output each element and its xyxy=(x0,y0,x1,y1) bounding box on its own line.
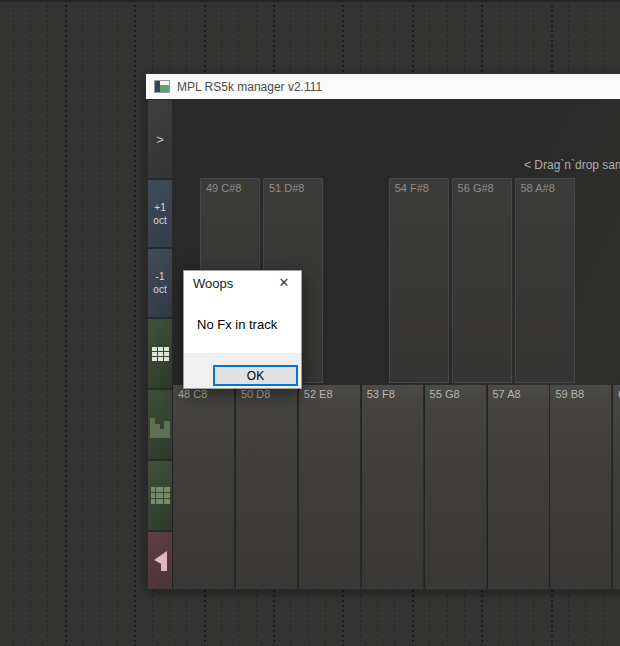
dialog-titlebar[interactable]: Woops ✕ xyxy=(184,271,301,297)
dialog-title: Woops xyxy=(193,276,233,291)
octave-up-button[interactable]: +1 oct xyxy=(148,180,172,247)
background-top-edge xyxy=(0,0,620,2)
dialog-message: No Fx in track xyxy=(197,317,277,332)
octave-down-label: -1 xyxy=(156,270,165,283)
white-key-label: 59 B8 xyxy=(550,385,611,400)
grid-line xyxy=(13,0,14,646)
black-key[interactable]: 56 G#8 xyxy=(452,178,512,383)
black-key-label: 49 C#8 xyxy=(201,179,259,194)
grid-icon xyxy=(152,347,169,361)
white-key-label: 53 F8 xyxy=(362,385,423,400)
grid-line xyxy=(100,0,101,646)
list-view-button[interactable] xyxy=(148,461,172,530)
black-key-label: 58 A#8 xyxy=(516,179,574,194)
dragdrop-hint: < Drag`n`drop samples xyxy=(524,158,620,172)
white-key-label: 52 E8 xyxy=(299,385,360,400)
white-key[interactable]: 57 A8 xyxy=(487,385,549,589)
window-titlebar[interactable]: MPL RS5k manager v2.111 xyxy=(146,74,620,99)
white-key[interactable]: 53 F8 xyxy=(361,385,423,589)
white-key[interactable]: 52 E8 xyxy=(298,385,360,589)
grid-line xyxy=(117,0,118,646)
pad-grid-view-button[interactable] xyxy=(148,319,172,388)
steps-icon xyxy=(150,412,170,438)
grid-line xyxy=(47,0,48,646)
white-key-label: 57 A8 xyxy=(488,385,549,400)
rows-icon xyxy=(151,487,170,504)
speaker-icon xyxy=(150,549,170,573)
woops-dialog: Woops ✕ No Fx in track OK xyxy=(183,270,302,389)
levels-view-button[interactable] xyxy=(148,390,172,459)
white-key[interactable]: 50 D8 xyxy=(235,385,297,589)
white-key-label: 60 C9 xyxy=(613,385,620,400)
expand-label: > xyxy=(156,133,164,146)
octave-up-label2: oct xyxy=(153,214,166,227)
white-key[interactable]: 48 C8 xyxy=(172,385,234,589)
grid-line xyxy=(82,0,83,646)
black-key-label: 54 F#8 xyxy=(390,179,448,194)
black-key[interactable]: 54 F#8 xyxy=(389,178,449,383)
window-title: MPL RS5k manager v2.111 xyxy=(177,80,322,94)
close-icon[interactable]: ✕ xyxy=(275,274,293,292)
grid-line xyxy=(134,0,136,646)
octave-down-button[interactable]: -1 oct xyxy=(148,249,172,317)
white-key[interactable]: 55 G8 xyxy=(424,385,486,589)
screen: MPL RS5k manager v2.111 > +1 oct -1 oct xyxy=(0,0,620,646)
expand-button[interactable]: > xyxy=(148,100,172,178)
white-key[interactable]: 60 C9 xyxy=(612,385,620,589)
app-icon xyxy=(154,80,170,93)
octave-up-label: +1 xyxy=(154,201,165,214)
grid-line xyxy=(65,0,67,646)
black-key[interactable]: 58 A#8 xyxy=(515,178,575,383)
black-key-label: 51 D#8 xyxy=(264,179,322,194)
grid-line xyxy=(30,0,31,646)
ok-button[interactable]: OK xyxy=(213,365,298,386)
white-key-label: 55 G8 xyxy=(425,385,486,400)
octave-down-label2: oct xyxy=(153,283,166,296)
audio-output-button[interactable] xyxy=(148,532,172,589)
white-key[interactable]: 59 B8 xyxy=(549,385,611,589)
black-key-label: 56 G#8 xyxy=(453,179,511,194)
